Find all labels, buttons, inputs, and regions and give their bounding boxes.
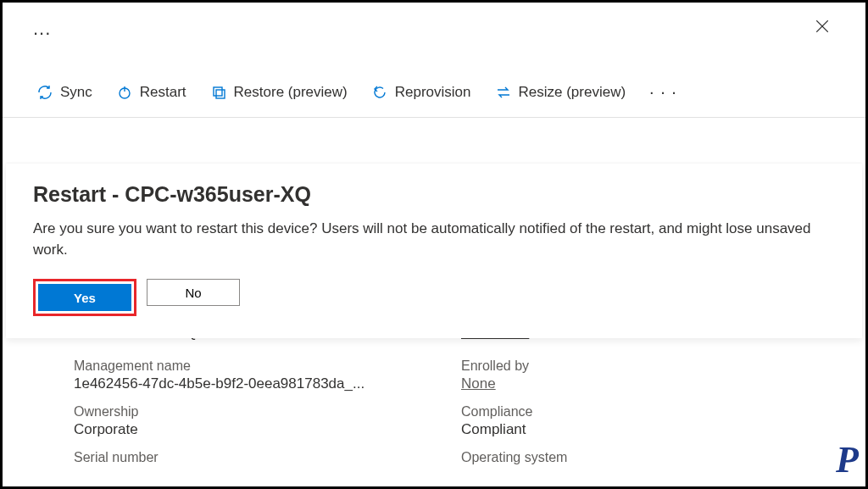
restore-icon [210, 84, 227, 101]
serial-number-label: Serial number [74, 450, 461, 465]
reprovision-button[interactable]: Reprovision [371, 84, 471, 101]
dialog-message: Are you sure you want to restart this de… [33, 219, 835, 260]
restart-label: Restart [140, 84, 186, 101]
restore-label: Restore (preview) [234, 84, 348, 101]
sync-icon [36, 84, 53, 101]
more-actions-button[interactable]: · · · [649, 82, 677, 102]
restore-button[interactable]: Restore (preview) [210, 84, 348, 101]
breadcrumb-ellipsis[interactable]: ... [33, 18, 51, 40]
device-properties: Management name 1e462456-47dc-4b5e-b9f2-… [3, 348, 865, 479]
close-button[interactable] [815, 19, 835, 39]
dialog-buttons: Yes No [33, 279, 835, 316]
undo-icon [371, 84, 388, 101]
yes-highlight: Yes [33, 279, 136, 316]
restart-button[interactable]: Restart [116, 84, 186, 101]
reprovision-label: Reprovision [395, 84, 471, 101]
no-button[interactable]: No [147, 279, 240, 306]
header-row: ... [3, 3, 865, 40]
os-label: Operating system [461, 450, 849, 465]
ownership-label: Ownership [74, 404, 461, 420]
compliance-label: Compliance [461, 404, 849, 420]
sync-button[interactable]: Sync [36, 84, 92, 101]
mgmt-name-label: Management name [74, 358, 461, 374]
resize-label: Resize (preview) [519, 84, 626, 101]
power-icon [116, 84, 133, 101]
enrolled-by-value: None [461, 375, 849, 392]
resize-icon [495, 84, 512, 101]
watermark-logo: P [836, 438, 859, 481]
dialog-title: Restart - CPC-w365user-XQ [33, 182, 835, 207]
toolbar: Sync Restart Restore (preview) Reprovisi… [3, 40, 865, 118]
resize-button[interactable]: Resize (preview) [495, 84, 626, 101]
svg-rect-5 [216, 90, 225, 98]
svg-rect-4 [214, 87, 222, 96]
mgmt-name-value: 1e462456-47dc-4b5e-b9f2-0eea981783da_... [74, 375, 461, 392]
compliance-value: Compliant [461, 421, 849, 438]
enrolled-by-label: Enrolled by [461, 358, 849, 374]
sync-label: Sync [60, 84, 92, 101]
ownership-value: Corporate [74, 421, 461, 438]
yes-button[interactable]: Yes [38, 284, 131, 311]
restart-confirm-dialog: Restart - CPC-w365user-XQ Are you sure y… [6, 164, 862, 338]
